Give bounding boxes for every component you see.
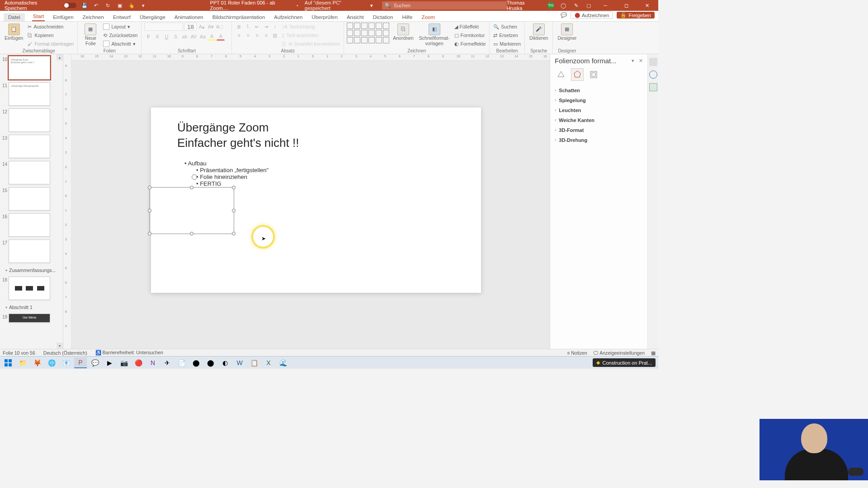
minimize-button[interactable]: ─	[598, 3, 613, 8]
effects-button[interactable]: ◐Formeffekte	[453, 40, 487, 48]
align-text-button[interactable]: ▯Text ausrichten	[281, 31, 341, 39]
resize-handle[interactable]	[148, 186, 151, 189]
tab-start[interactable]: Start	[32, 12, 45, 21]
slide-thumbnail-10[interactable]: Übergänge ZoomEinfacher geht's nicht !!	[9, 56, 50, 80]
tab-insert[interactable]: Einfügen	[52, 13, 74, 21]
indent-inc-icon[interactable]: ⇥	[262, 23, 270, 31]
section-header[interactable]: Zusammenfassungs...	[0, 266, 60, 274]
maximize-button[interactable]: ◻	[618, 3, 634, 9]
case-button[interactable]: Aa	[198, 33, 207, 41]
tab-transitions[interactable]: Übergänge	[139, 13, 166, 21]
align-left-icon[interactable]: ≡	[235, 31, 243, 39]
resize-handle[interactable]	[232, 186, 236, 189]
side-icon-help[interactable]	[649, 70, 657, 79]
taskbar-onenote-icon[interactable]: N	[146, 357, 159, 368]
clear-format-icon[interactable]: A◌	[216, 23, 224, 31]
align-center-icon[interactable]: ≡	[244, 31, 252, 39]
shapes-gallery[interactable]	[347, 23, 389, 43]
resize-handle[interactable]	[232, 209, 236, 212]
taskbar-app-icon[interactable]: ◐	[219, 357, 231, 368]
highlight-button[interactable]: A	[208, 33, 216, 41]
taskbar-app-icon[interactable]: 📄	[175, 357, 188, 368]
slide-title[interactable]: Übergänge Zoom Einfacher geht's nicht !!	[177, 120, 299, 151]
window-icon[interactable]: ▢	[585, 2, 592, 9]
justify-icon[interactable]: ≡	[262, 31, 270, 39]
slide-thumbnail-14[interactable]	[9, 161, 50, 184]
present-icon[interactable]: ▣	[116, 2, 123, 9]
tab-design[interactable]: Entwurf	[112, 13, 132, 21]
taskbar-vlc-icon[interactable]: ▶	[103, 357, 116, 368]
underline-button[interactable]: U	[162, 33, 170, 41]
resize-handle[interactable]	[148, 209, 151, 212]
paste-button[interactable]: 📋 Einfügen	[3, 23, 25, 42]
taskbar-firefox-icon[interactable]: 🦊	[31, 357, 43, 368]
resize-handle[interactable]	[190, 186, 193, 189]
tab-dictation[interactable]: Dictation	[372, 13, 394, 21]
user-name[interactable]: Thomas Hruska	[507, 0, 542, 11]
side-icon-active[interactable]	[649, 83, 657, 91]
slide-thumbnail-19[interactable]: Our Mens	[9, 314, 50, 323]
slide-body[interactable]: Aufbau Präsentation „fertigstellen" Foli…	[184, 160, 269, 187]
thumb-scroll-down[interactable]: ▾	[57, 343, 63, 349]
effect-item-3d-rotation[interactable]: 3D-Drehung	[555, 135, 643, 145]
view-normal-icon[interactable]: ▦	[651, 350, 656, 356]
selected-object[interactable]	[149, 187, 234, 234]
comments-icon[interactable]: 💬	[561, 12, 567, 18]
taskbar-app-icon[interactable]: 📷	[118, 357, 130, 368]
effect-item-shadow[interactable]: Schatten	[555, 85, 643, 95]
slide-thumbnail-15[interactable]	[9, 187, 50, 211]
select-button[interactable]: ▭Markieren	[492, 40, 522, 48]
rotate-handle-icon[interactable]	[192, 174, 197, 180]
line-spacing-icon[interactable]: ↕	[271, 23, 279, 31]
italic-button[interactable]: K	[153, 33, 161, 41]
undo-icon[interactable]: ↶	[93, 2, 100, 9]
section-button[interactable]: Abschnitt▾	[102, 40, 138, 48]
slide-thumbnail-16[interactable]	[9, 213, 50, 237]
slide-thumbnail-17[interactable]	[9, 239, 50, 263]
strike-button[interactable]: S	[171, 33, 179, 41]
taskbar-edge-icon[interactable]: 🌊	[277, 357, 289, 368]
tab-help[interactable]: Hilfe	[401, 13, 413, 21]
notes-button[interactable]: ≡ Notizen	[567, 350, 587, 356]
resize-handle[interactable]	[148, 232, 151, 235]
arrange-button[interactable]: ⿻ Anordnen	[391, 23, 415, 42]
taskbar-excel-icon[interactable]: X	[262, 357, 275, 368]
tab-slideshow[interactable]: Bildschirmpräsentation	[212, 13, 266, 21]
taskbar-app-icon[interactable]: 💬	[89, 357, 101, 368]
taskbar-chrome-icon[interactable]: 🌐	[45, 357, 58, 368]
decrease-font-icon[interactable]: A▾	[207, 23, 215, 31]
reset-button[interactable]: ⟲Zurücksetzen	[102, 31, 138, 39]
chevron-down-icon[interactable]: ▾	[370, 3, 373, 9]
save-location[interactable]: Auf "diesem PC" gespeichert	[305, 0, 368, 11]
taskbar-notification[interactable]: ◆ Construction on Prat...	[593, 358, 656, 367]
dictate-button[interactable]: 🎤 Diktieren	[528, 23, 550, 42]
touch-mode-icon[interactable]: 👆	[128, 2, 135, 9]
format-tab-size[interactable]	[587, 68, 600, 81]
effect-item-reflection[interactable]: Spiegelung	[555, 95, 643, 105]
font-name-input[interactable]	[144, 23, 183, 31]
coming-soon-icon[interactable]: ◯	[560, 2, 567, 9]
designer-button[interactable]: ▦ Designer	[556, 23, 578, 42]
taskbar-explorer-icon[interactable]: 📁	[16, 357, 29, 368]
resize-handle[interactable]	[190, 232, 193, 235]
display-settings-button[interactable]: 🖵 Anzeigeeinstellungen	[594, 350, 645, 356]
close-icon[interactable]: ✕	[639, 58, 643, 64]
taskbar-app-icon[interactable]: ⬤	[204, 357, 217, 368]
slide-canvas-area[interactable]: 1615141312111098765432101234567891011121…	[71, 54, 550, 349]
save-icon[interactable]: 💾	[81, 2, 88, 9]
effect-item-soft-edges[interactable]: Weiche Kanten	[555, 115, 643, 125]
columns-icon[interactable]: ▥	[271, 31, 279, 39]
format-tab-effects[interactable]	[571, 68, 584, 81]
taskbar-powerpoint-icon[interactable]: P	[74, 357, 87, 368]
spacing-button[interactable]: AV	[189, 33, 198, 41]
layout-button[interactable]: Layout▾	[102, 23, 138, 31]
taskbar-obs-icon[interactable]: ⬤	[190, 357, 203, 368]
text-direction-button[interactable]: ↕ATextrichtung	[281, 23, 341, 31]
autosave-toggle[interactable]: Automatisches Speichern	[2, 0, 79, 11]
toggle-switch-icon[interactable]	[64, 3, 76, 8]
cut-button[interactable]: ✂Ausschneiden	[27, 23, 75, 31]
search-input[interactable]	[394, 3, 504, 8]
slide-thumbnail-13[interactable]	[9, 135, 50, 158]
replace-button[interactable]: ⇄Ersetzen	[492, 31, 522, 39]
smartart-button[interactable]: ⿻In SmartArt konvertieren	[281, 40, 341, 48]
